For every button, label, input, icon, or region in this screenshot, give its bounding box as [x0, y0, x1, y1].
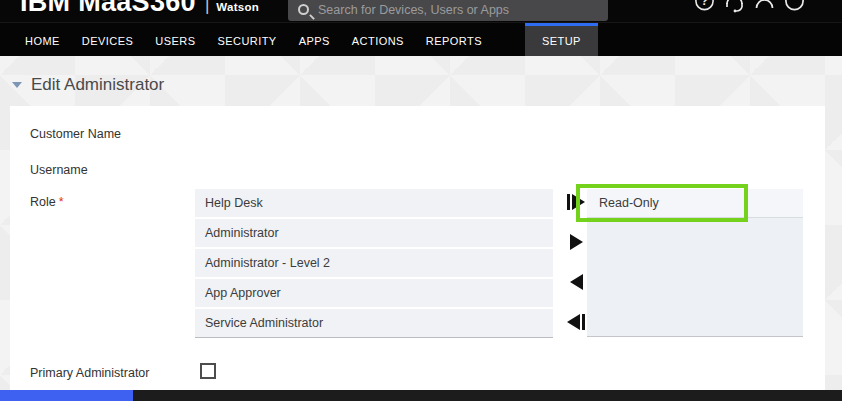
maas360-edit-administrator-screen: IBM MaaS360 | Watson ? — [0, 0, 842, 401]
section-header: Edit Administrator — [12, 75, 164, 95]
nav-tab-apps[interactable]: APPS — [299, 23, 330, 56]
move-right-button[interactable] — [570, 234, 583, 250]
logo-watson-text: Watson — [216, 1, 259, 13]
move-all-left-bar — [582, 314, 585, 330]
primary-navbar: HOME DEVICES USERS SECURITY APPS ACTIONS… — [0, 22, 842, 56]
role-option-administrator-level2[interactable]: Administrator - Level 2 — [195, 249, 553, 277]
role-option-help-desk[interactable]: Help Desk — [195, 189, 553, 217]
headset-icon[interactable] — [724, 0, 745, 15]
role-option-administrator[interactable]: Administrator — [195, 219, 553, 247]
search-input[interactable] — [318, 3, 598, 17]
nav-tab-setup[interactable]: SETUP — [525, 23, 598, 56]
move-left-arrow-icon — [570, 274, 583, 290]
move-all-right-button[interactable] — [567, 194, 585, 210]
role-option-service-administrator[interactable]: Service Administrator — [195, 309, 553, 337]
nav-tab-home[interactable]: HOME — [25, 23, 60, 56]
avatar-circle-icon[interactable] — [784, 0, 805, 15]
move-right-arrow-icon — [570, 234, 583, 250]
nav-tab-reports[interactable]: REPORTS — [426, 23, 482, 56]
nav-tab-devices[interactable]: DEVICES — [82, 23, 133, 56]
header-icon-group: ? — [694, 0, 805, 15]
nav-tab-users[interactable]: USERS — [155, 23, 195, 56]
maas360-logo: IBM MaaS360 | Watson — [20, 0, 259, 18]
logo-separator: | — [205, 0, 209, 16]
loading-progress-segment — [0, 390, 133, 401]
user-icon[interactable] — [754, 0, 775, 15]
move-all-right-bar — [567, 194, 570, 210]
role-option-app-approver[interactable]: App Approver — [195, 279, 553, 307]
collapse-caret-icon[interactable] — [12, 82, 22, 88]
move-left-button[interactable] — [570, 274, 583, 290]
help-icon[interactable]: ? — [694, 0, 715, 15]
move-all-left-arrow-icon — [567, 314, 580, 330]
global-search-box[interactable] — [288, 0, 608, 21]
nav-tab-security[interactable]: SECURITY — [217, 23, 276, 56]
role-label: Role* — [30, 195, 64, 209]
page-title: Edit Administrator — [31, 75, 164, 95]
primary-admin-label: Primary Administrator — [30, 366, 149, 380]
required-marker: * — [59, 195, 64, 209]
bottom-loading-bar — [0, 390, 842, 401]
nav-tab-actions[interactable]: ACTIONS — [352, 23, 404, 56]
search-icon — [298, 4, 309, 15]
available-roles-list: Help Desk Administrator Administrator - … — [195, 189, 553, 338]
customer-name-label: Customer Name — [30, 127, 121, 141]
edit-administrator-panel: Customer Name Username Role* Help Desk A… — [10, 106, 825, 390]
primary-admin-checkbox[interactable] — [200, 363, 216, 379]
assigned-roles-list: Read-Only — [587, 189, 803, 337]
assigned-role-read-only[interactable]: Read-Only — [587, 189, 803, 218]
help-icon-glyph: ? — [694, 0, 715, 8]
move-all-left-button[interactable] — [567, 314, 585, 330]
username-label: Username — [30, 163, 88, 177]
move-all-right-arrow-icon — [572, 194, 585, 210]
logo-brand-text: IBM MaaS360 — [20, 0, 196, 18]
